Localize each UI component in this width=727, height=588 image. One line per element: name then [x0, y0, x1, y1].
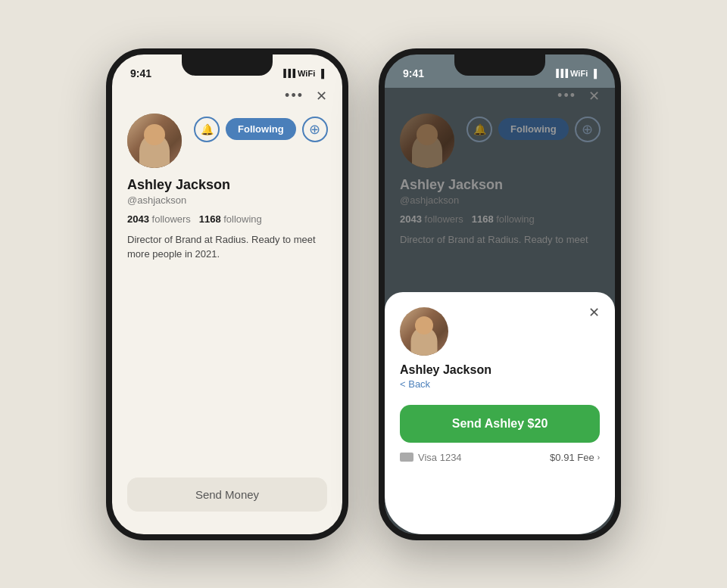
- phone-2-content: ••• ✕ 🔔 Following ⊕ Ashley Jackson @ashj…: [385, 88, 615, 534]
- modal-avatar-image: [400, 307, 448, 356]
- phone-2: 9:41 ▐▐▐ WiFi ▐ ••• ✕ 🔔 Following ⊕: [379, 48, 621, 540]
- phone-notch-2: [454, 54, 545, 76]
- status-time-1: 9:41: [130, 67, 151, 79]
- payment-info: Visa 1234 $0.91 Fee ›: [400, 452, 600, 463]
- send-money-button[interactable]: Send Money: [127, 478, 327, 512]
- phones-container: 9:41 ▐▐▐ WiFi ▐ ••• ✕ 🔔 Following ⊕: [106, 48, 621, 540]
- send-payment-button[interactable]: Send Ashley $20: [400, 405, 600, 443]
- phone-1-content: ••• ✕ 🔔 Following ⊕ Ashley Jackson @ashj…: [112, 88, 342, 534]
- action-buttons-1: 🔔 Following ⊕: [194, 117, 328, 142]
- bell-button[interactable]: 🔔: [194, 117, 220, 142]
- status-icons-2: ▐▐▐ WiFi ▐: [554, 69, 597, 78]
- profile-handle-1: @ashjackson: [127, 194, 327, 206]
- signal-icon-2: ▐▐▐: [554, 69, 567, 77]
- payment-method-label: Visa 1234: [418, 452, 462, 463]
- profile-header-1: ••• ✕: [127, 88, 327, 104]
- profile-name-1: Ashley Jackson: [127, 177, 327, 193]
- followers-count: 2043: [127, 213, 149, 225]
- add-button[interactable]: ⊕: [302, 117, 328, 142]
- fee-label: $0.91 Fee: [550, 452, 594, 463]
- profile-bio-1: Director of Brand at Radius. Ready to me…: [127, 232, 327, 262]
- following-label: following: [223, 213, 262, 225]
- modal-avatar: [400, 307, 448, 356]
- signal-icon: ▐▐▐: [281, 69, 295, 77]
- status-time-2: 9:41: [403, 67, 424, 79]
- profile-top-1: 🔔 Following ⊕: [127, 114, 327, 168]
- battery-icon-2: ▐: [591, 69, 597, 78]
- profile-stats-1: 2043 followers 1168 following: [127, 213, 327, 225]
- modal-back-button[interactable]: Back: [400, 378, 600, 390]
- phone-1: 9:41 ▐▐▐ WiFi ▐ ••• ✕ 🔔 Following ⊕: [106, 48, 348, 540]
- wifi-icon-2: WiFi: [570, 69, 588, 78]
- modal-profile-name: Ashley Jackson: [400, 363, 600, 377]
- payment-method-info: Visa 1234: [400, 452, 462, 463]
- modal-close-button[interactable]: ✕: [588, 304, 600, 321]
- avatar-1: [127, 114, 182, 168]
- status-icons-1: ▐▐▐ WiFi ▐: [281, 69, 324, 78]
- phone-notch: [182, 54, 273, 76]
- more-options-button[interactable]: •••: [285, 88, 304, 104]
- payment-modal: ✕ Ashley Jackson Back Send Ashley $20 Vi…: [385, 292, 615, 534]
- avatar-image-1: [127, 114, 182, 168]
- battery-icon: ▐: [318, 69, 324, 78]
- chevron-right-icon: ›: [598, 453, 600, 462]
- wifi-icon: WiFi: [298, 69, 315, 78]
- card-icon: [400, 453, 413, 462]
- following-count: 1168: [199, 213, 221, 225]
- close-button-1[interactable]: ✕: [316, 88, 327, 104]
- fee-info[interactable]: $0.91 Fee ›: [550, 452, 600, 463]
- followers-label: followers: [152, 213, 191, 225]
- following-button[interactable]: Following: [226, 118, 296, 140]
